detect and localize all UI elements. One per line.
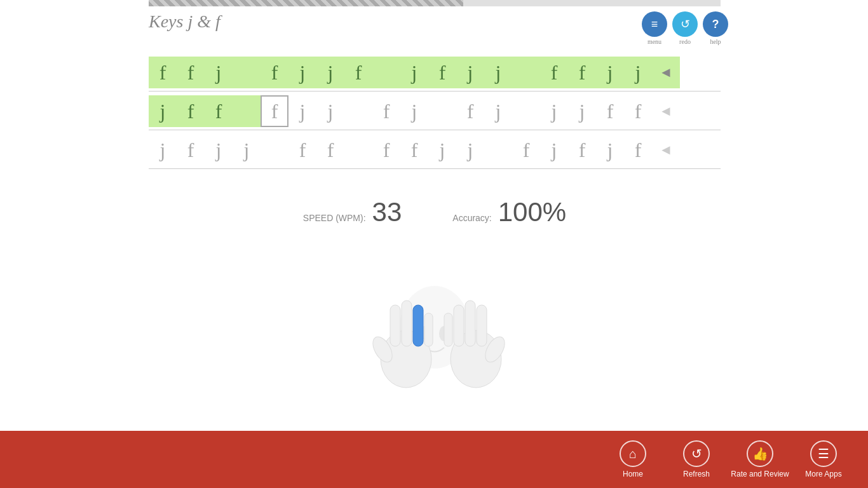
left-hand [369, 301, 433, 388]
help-icon-wrapper: ? help [703, 11, 728, 45]
speed-value: 33 [372, 197, 402, 227]
svg-rect-10 [454, 305, 464, 346]
menu-button[interactable]: ≡ [642, 11, 667, 37]
key-cell: f [428, 57, 456, 88]
progress-bar-fill [149, 0, 463, 6]
key-cell: j [205, 134, 233, 166]
key-cell: f [540, 57, 568, 88]
key-cell: f [149, 57, 177, 88]
stats-area: SPEED (WPM): 33 Accuracy: 100% [149, 197, 721, 227]
key-cell: f [177, 134, 205, 166]
key-cell: f [372, 95, 400, 127]
key-cell: j [400, 57, 428, 88]
key-cell: j [568, 95, 596, 127]
key-cell-space [512, 57, 540, 88]
more-apps-button[interactable]: ☰ More Apps [792, 431, 855, 488]
key-cell: j [316, 95, 344, 127]
key-cell: f [177, 95, 205, 127]
key-cell: j [288, 57, 316, 88]
refresh-label: Refresh [683, 470, 710, 478]
speed-label: SPEED (WPM): [303, 213, 366, 223]
key-cell: f [512, 134, 540, 166]
key-cell: f [568, 134, 596, 166]
accuracy-value: 100% [498, 197, 566, 227]
key-cell: f [624, 134, 652, 166]
help-button[interactable]: ? [703, 11, 728, 37]
help-label: help [710, 38, 721, 45]
key-cell: f [456, 95, 484, 127]
key-cell: f [205, 95, 233, 127]
progress-bar-container [149, 0, 721, 6]
key-cell: j [428, 134, 456, 166]
key-cell: f [400, 134, 428, 166]
key-cell: j [456, 57, 484, 88]
home-label: Home [623, 470, 643, 478]
hands-illustration [327, 238, 543, 403]
key-cell: j [456, 134, 484, 166]
key-cell: f [568, 57, 596, 88]
redo-label: redo [679, 38, 691, 45]
menu-icon-wrapper: ≡ menu [642, 11, 667, 45]
redo-icon-wrapper: ↺ redo [672, 11, 698, 45]
key-cell: j [484, 57, 512, 88]
svg-rect-6 [413, 305, 423, 346]
redo-button[interactable]: ↺ [672, 11, 698, 37]
svg-rect-12 [477, 305, 487, 346]
bottom-bar: ⌂ Home ↺ Refresh 👍 Rate and Review ☰ Mor… [0, 431, 868, 488]
key-cell-enter: ◄ [652, 95, 680, 127]
key-cell-space [261, 134, 288, 166]
rate-review-label: Rate and Review [731, 470, 789, 478]
key-cell: j [149, 134, 177, 166]
rate-review-icon: 👍 [747, 440, 773, 467]
svg-rect-7 [424, 313, 433, 346]
key-cell: j [316, 57, 344, 88]
hands-area [149, 229, 721, 413]
home-button[interactable]: ⌂ Home [601, 431, 665, 488]
key-cell-space [512, 95, 540, 127]
key-cell: f [316, 134, 344, 166]
key-cell: j [596, 134, 624, 166]
refresh-button[interactable]: ↺ Refresh [665, 431, 728, 488]
accuracy-label: Accuracy: [452, 213, 491, 223]
key-cell: j [149, 95, 177, 127]
key-cell: f [344, 57, 372, 88]
key-cell: f [596, 95, 624, 127]
refresh-icon: ↺ [683, 440, 710, 467]
key-cell: f [288, 134, 316, 166]
key-cell: f [372, 134, 400, 166]
typing-row-3: j f j j f f f f j j f j f j f ◄ [149, 132, 721, 169]
svg-rect-5 [402, 301, 412, 346]
key-cell-enter: ◄ [652, 57, 680, 88]
svg-rect-4 [390, 305, 400, 346]
more-apps-label: More Apps [805, 470, 841, 478]
key-cell-enter: ◄ [652, 134, 680, 166]
typing-row-2: j f f f j j f j f j j j f f ◄ [149, 93, 721, 130]
key-cell: f [624, 95, 652, 127]
home-icon: ⌂ [620, 440, 646, 467]
key-cell-current: f [261, 95, 288, 127]
key-cell-space [484, 134, 512, 166]
page-title: Keys j & f [149, 11, 220, 32]
key-cell-space [233, 95, 261, 127]
accuracy-stat: Accuracy: 100% [452, 197, 566, 227]
key-cell-space [344, 134, 372, 166]
key-cell: j [288, 95, 316, 127]
key-cell: j [233, 134, 261, 166]
key-cell: j [400, 95, 428, 127]
top-icons: ≡ menu ↺ redo ? help [642, 11, 728, 45]
menu-label: menu [648, 38, 661, 45]
key-cell: j [205, 57, 233, 88]
speed-stat: SPEED (WPM): 33 [303, 197, 402, 227]
key-cell-space [372, 57, 400, 88]
more-apps-icon: ☰ [810, 440, 837, 467]
key-cell: j [596, 57, 624, 88]
key-cell: j [540, 134, 568, 166]
svg-rect-9 [444, 313, 452, 346]
key-cell-space [233, 57, 261, 88]
typing-area: f f j f j j f j f j j f f j j ◄ j f f f … [149, 54, 721, 170]
key-cell-space [428, 95, 456, 127]
key-cell: f [261, 57, 288, 88]
key-cell: f [177, 57, 205, 88]
key-cell-space [344, 95, 372, 127]
rate-review-button[interactable]: 👍 Rate and Review [728, 431, 792, 488]
